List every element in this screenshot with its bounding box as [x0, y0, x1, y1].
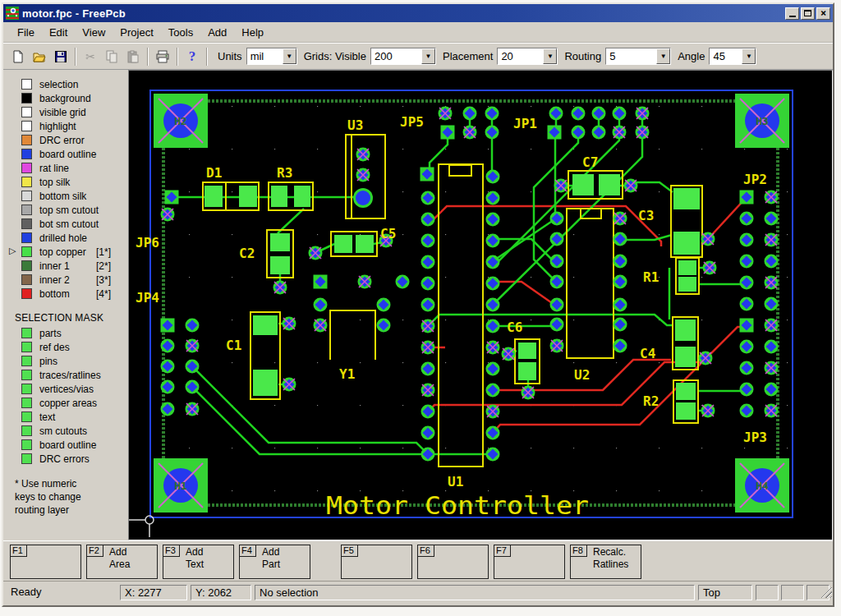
u1-pin-pad[interactable]	[421, 234, 435, 248]
mask-color-swatch[interactable]	[21, 453, 32, 464]
jp-top-pin-pad[interactable]	[636, 126, 650, 140]
layer-color-swatch[interactable]	[21, 246, 32, 257]
layer-color-swatch[interactable]	[21, 232, 32, 243]
save-button[interactable]	[51, 47, 71, 66]
jp2-pin-pad[interactable]	[740, 233, 754, 247]
layer-color-swatch[interactable]	[21, 79, 32, 90]
layer-row-drilled-hole[interactable]: drilled hole	[3, 231, 128, 245]
jp4-jp6-pin-pad[interactable]	[186, 380, 200, 394]
via[interactable]	[283, 317, 296, 331]
via[interactable]	[554, 179, 568, 193]
label-r1[interactable]: R1	[643, 269, 659, 285]
close-button[interactable]: ×	[816, 7, 830, 20]
jp-top-pin-pad[interactable]	[485, 107, 499, 121]
jp-top-pin-pad[interactable]	[441, 126, 455, 140]
u2-pin-pad[interactable]	[614, 255, 627, 269]
u1-pin-pad[interactable]	[486, 234, 500, 248]
layer-color-swatch[interactable]	[21, 163, 32, 173]
menu-item-project[interactable]: Project	[113, 24, 160, 41]
chevron-down-icon[interactable]: ▼	[283, 48, 296, 64]
u1-pin-pad[interactable]	[421, 426, 435, 440]
label-u2[interactable]: U2	[574, 367, 590, 383]
menu-item-add[interactable]: Add	[200, 24, 234, 41]
jp4-jp6-pin-pad[interactable]	[161, 339, 175, 353]
fkey-cell-f4[interactable]: F4AddPart	[239, 545, 310, 579]
layer-row-inner-1[interactable]: inner 1[2*]	[3, 259, 128, 273]
label-u1[interactable]: U1	[448, 474, 463, 490]
layer-row-background[interactable]: background	[3, 91, 128, 105]
routing-combo[interactable]: 5 ▼	[605, 48, 671, 65]
layer-color-swatch[interactable]	[21, 121, 32, 131]
u1-pin-pad[interactable]	[421, 213, 435, 227]
via[interactable]	[624, 179, 638, 193]
jp-top-pin-pad[interactable]	[463, 126, 477, 140]
jp2-pin-pad[interactable]	[765, 297, 779, 311]
label-jp1[interactable]: JP1	[513, 116, 537, 131]
mask-color-swatch[interactable]	[21, 356, 32, 366]
jp2-pin-pad[interactable]	[765, 276, 779, 290]
jp2-pin-pad[interactable]	[740, 340, 754, 354]
u1-pin-pad[interactable]	[421, 362, 435, 376]
layer-color-swatch[interactable]	[21, 288, 32, 299]
layer-color-swatch[interactable]	[21, 107, 32, 117]
label-c3[interactable]: C3	[638, 208, 654, 223]
layer-color-swatch[interactable]	[21, 274, 32, 285]
u2-pin-pad[interactable]	[550, 212, 564, 226]
via[interactable]	[699, 352, 713, 365]
mask-color-swatch[interactable]	[21, 425, 32, 436]
u2-pin-pad[interactable]	[614, 275, 627, 289]
mask-color-swatch[interactable]	[21, 411, 32, 422]
jp2-pin-pad[interactable]	[765, 255, 779, 269]
chevron-down-icon[interactable]: ▼	[421, 48, 435, 64]
chevron-down-icon[interactable]: ▼	[742, 48, 756, 64]
grids-visible-combo[interactable]: 200 ▼	[370, 48, 436, 65]
u1-pin-pad[interactable]	[421, 319, 435, 333]
u1-pin-pad[interactable]	[421, 191, 435, 205]
layer-color-swatch[interactable]	[21, 260, 32, 271]
layer-color-swatch[interactable]	[21, 93, 32, 103]
jp4-jp6-pin-pad[interactable]	[186, 339, 200, 353]
u1-pin-pad[interactable]	[486, 448, 500, 462]
jp2-pin-pad[interactable]	[740, 319, 754, 333]
layer-row-bot-sm-cutout[interactable]: bot sm cutout	[3, 217, 128, 231]
jp-top-pin-pad[interactable]	[463, 107, 477, 121]
layer-color-swatch[interactable]	[21, 149, 32, 159]
jp2-pin-pad[interactable]	[765, 233, 779, 247]
jp-top-pin-pad[interactable]	[613, 107, 627, 121]
jp2-pin-pad[interactable]	[740, 404, 754, 418]
u3-hole-pad[interactable]	[353, 188, 373, 208]
layer-row-rat-line[interactable]: rat line	[3, 161, 128, 175]
jp4-jp6-pin-pad[interactable]	[186, 402, 200, 416]
selection-mask-row-board-outline[interactable]: board outline	[3, 438, 128, 452]
jp2-pin-pad[interactable]	[765, 319, 779, 333]
layer-row-top-sm-cutout[interactable]: top sm cutout	[3, 203, 128, 217]
u1-pin-pad[interactable]	[421, 277, 435, 291]
chevron-down-icon[interactable]: ▼	[543, 48, 557, 64]
u2-pin-pad[interactable]	[614, 232, 627, 246]
u1-pin-pad[interactable]	[421, 405, 435, 419]
u1-pin-pad[interactable]	[421, 255, 435, 269]
jp4-jp6-pin-pad[interactable]	[161, 402, 175, 416]
jp-top-pin-pad[interactable]	[548, 126, 562, 140]
selection-mask-row-vertices-vias[interactable]: vertices/vias	[3, 382, 128, 396]
jp-top-pin-pad[interactable]	[485, 126, 499, 140]
u1-pin-pad[interactable]	[421, 341, 435, 355]
board-title-text[interactable]: Motor Controller	[326, 491, 589, 520]
label-u3[interactable]: U3	[347, 117, 363, 133]
fkey-cell-f3[interactable]: F3AddText	[163, 545, 234, 579]
selection-mask-row-pins[interactable]: pins	[3, 354, 128, 368]
jp-top-pin-pad[interactable]	[613, 126, 627, 140]
via[interactable]	[309, 246, 323, 260]
u2-pin-pad[interactable]	[614, 298, 627, 312]
u1-pin-pad[interactable]	[486, 170, 500, 184]
via[interactable]	[314, 319, 328, 333]
mask-color-swatch[interactable]	[21, 439, 32, 450]
jp-top-pin-pad[interactable]	[572, 107, 586, 121]
u2-pin-pad[interactable]	[550, 255, 564, 269]
selection-mask-row-ref-des[interactable]: ref des	[3, 340, 128, 354]
label-c4[interactable]: C4	[640, 346, 655, 361]
label-c5[interactable]: C5	[380, 226, 396, 241]
cut-button[interactable]: ✂	[80, 47, 100, 66]
layer-color-swatch[interactable]	[21, 205, 32, 215]
label-jp2[interactable]: JP2	[743, 172, 767, 187]
